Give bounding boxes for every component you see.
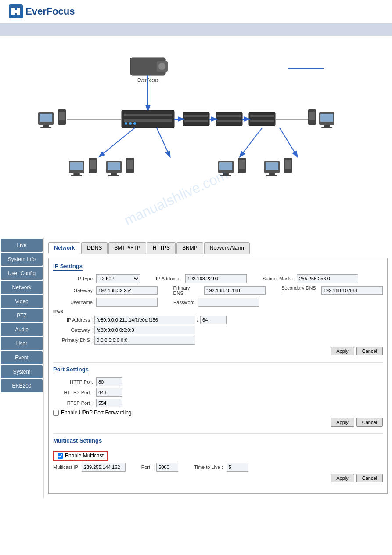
gateway-input[interactable] [96, 286, 158, 295]
svg-rect-45 [71, 175, 82, 176]
upnp-checkbox[interactable] [53, 410, 59, 416]
diagram-area: EverFocus [0, 36, 392, 238]
ip-type-row: IP Type DHCP Static IP Address : Subnet … [53, 274, 383, 283]
svg-rect-30 [216, 112, 242, 126]
ip-address-input[interactable] [185, 274, 247, 283]
svg-rect-43 [70, 162, 83, 170]
svg-rect-23 [324, 125, 330, 127]
svg-rect-50 [111, 173, 117, 175]
tab-network-alarm[interactable]: Network Alarm [204, 242, 250, 254]
multicast-settings-title: Multicast Settings [53, 437, 102, 445]
svg-point-5 [158, 63, 165, 70]
subnet-mask-input[interactable] [297, 274, 358, 283]
http-port-row: HTTP Port [53, 377, 383, 386]
svg-rect-61 [239, 160, 245, 169]
rtsp-port-input[interactable] [96, 399, 122, 407]
ipv6-gateway-input[interactable] [94, 326, 195, 334]
sidebar-item-user-config[interactable]: User Config [1, 267, 43, 280]
svg-rect-44 [73, 173, 80, 175]
ip-type-select[interactable]: DHCP Static [96, 274, 140, 283]
password-label: Password [173, 300, 194, 305]
svg-rect-26 [309, 112, 315, 120]
header: EverFocus [0, 0, 392, 23]
svg-rect-64 [269, 173, 275, 175]
svg-rect-15 [40, 114, 52, 122]
svg-rect-28 [184, 115, 208, 117]
sidebar: Live System Info User Config Network Vid… [0, 238, 44, 498]
primary-dns-input[interactable] [204, 286, 266, 295]
svg-rect-27 [183, 112, 209, 126]
rtsp-port-label: RTSP Port : [53, 400, 93, 406]
svg-rect-24 [321, 127, 332, 128]
sidebar-item-event[interactable]: Event [1, 351, 43, 364]
svg-rect-34 [250, 115, 274, 117]
multicast-port-label: Port : [141, 464, 153, 470]
sidebar-item-network[interactable]: Network [1, 281, 43, 294]
svg-line-55 [280, 128, 297, 156]
primary-dns-label: Primary DNS [173, 285, 201, 296]
ipv6-prefix-input[interactable] [200, 316, 227, 324]
main-content: Live System Info User Config Network Vid… [0, 238, 392, 498]
ipv6-dns-input[interactable] [94, 336, 195, 345]
ip-settings-title: IP Settings [53, 263, 83, 271]
multicast-ip-input[interactable] [82, 463, 126, 472]
multicast-ip-label: Multicast IP [53, 464, 78, 470]
password-input[interactable] [198, 298, 259, 307]
port-settings-title: Port Settings [53, 366, 89, 374]
sidebar-item-video[interactable]: Video [1, 295, 43, 308]
svg-text:manualshlive.com: manualshlive.com [122, 167, 230, 229]
multicast-ttl-input[interactable] [227, 463, 248, 472]
tab-https[interactable]: HTTPS [147, 242, 176, 254]
secondary-dns-input[interactable] [321, 286, 383, 295]
sidebar-item-ptz[interactable]: PTZ [1, 309, 43, 322]
tab-smtp-ftp[interactable]: SMTP/FTP [108, 242, 146, 254]
ipv6-ip-input[interactable] [94, 316, 195, 324]
sidebar-item-audio[interactable]: Audio [1, 323, 43, 336]
tab-ddns[interactable]: DDNS [81, 242, 108, 254]
svg-rect-51 [108, 175, 119, 176]
top-banner [0, 23, 392, 36]
port-cancel-button[interactable]: Cancel [356, 418, 383, 427]
multicast-port-input[interactable] [156, 463, 178, 472]
svg-line-54 [240, 128, 262, 156]
ip-settings-block: IP Settings IP Type DHCP Static IP Addre… [53, 263, 383, 355]
ipv6-gateway-label: Gateway : [53, 327, 93, 333]
svg-rect-19 [59, 112, 65, 120]
upnp-label: Enable UPnP Port Forwarding [61, 410, 132, 416]
port-settings-block: Port Settings HTTP Port HTTPS Port : RTS… [53, 366, 383, 427]
username-input[interactable] [96, 298, 158, 307]
sidebar-item-user[interactable]: User [1, 337, 43, 350]
svg-line-41 [157, 128, 170, 156]
tab-snmp[interactable]: SNMP [176, 242, 203, 254]
multicast-cancel-button[interactable]: Cancel [356, 474, 383, 482]
port-settings-btn-row: Apply Cancel [53, 418, 383, 427]
secondary-dns-label: Secondary DNS : [281, 285, 318, 296]
svg-rect-33 [249, 112, 275, 126]
enable-multicast-label: Enable Multicast [65, 453, 104, 459]
sidebar-item-live[interactable]: Live [1, 239, 43, 252]
ip-cancel-button[interactable]: Cancel [356, 347, 383, 355]
svg-rect-32 [217, 120, 241, 122]
sidebar-item-ekb200[interactable]: EKB200 [1, 379, 43, 392]
https-port-input[interactable] [96, 388, 122, 397]
ipv6-label: IPv6 [53, 309, 383, 314]
sidebar-item-system[interactable]: System [1, 365, 43, 378]
tab-content: IP Settings IP Type DHCP Static IP Addre… [48, 258, 388, 494]
divider-2 [53, 433, 383, 434]
enable-multicast-box: Enable Multicast [53, 451, 108, 461]
svg-rect-35 [250, 120, 274, 122]
svg-rect-22 [320, 114, 333, 122]
svg-rect-10 [124, 119, 172, 122]
ip-apply-button[interactable]: Apply [331, 347, 354, 355]
ipv6-ip-label: IP Address : [53, 317, 93, 323]
tab-network[interactable]: Network [48, 242, 80, 254]
svg-rect-16 [43, 125, 49, 127]
port-apply-button[interactable]: Apply [331, 418, 354, 427]
sidebar-item-system-info[interactable]: System Info [1, 253, 43, 266]
enable-multicast-checkbox[interactable] [58, 453, 63, 459]
logo: EverFocus [9, 4, 75, 18]
svg-point-12 [129, 122, 132, 125]
http-port-input[interactable] [96, 377, 122, 386]
multicast-settings-block: Multicast Settings Enable Multicast Mult… [53, 437, 383, 482]
multicast-apply-button[interactable]: Apply [331, 474, 354, 482]
